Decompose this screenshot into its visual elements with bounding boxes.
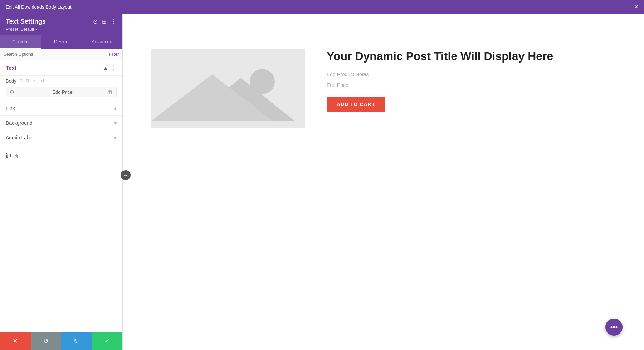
top-bar-title: Edit All Downloads Body Layout [6, 4, 72, 10]
product-layout: Your Dynamic Post Title Will Display Her… [151, 49, 615, 128]
admin-label-chevron: ▾ [114, 135, 117, 141]
help-icon: ℹ [6, 152, 8, 159]
edd-price-label: Edd Price [17, 89, 108, 95]
background-section-chevron: ▾ [114, 120, 117, 126]
text-section-chevron: ▲ [103, 65, 108, 71]
tab-design[interactable]: Design [41, 35, 82, 49]
body-copy-icon[interactable]: ⧉ [26, 78, 29, 84]
preview-area: Your Dynamic Post Title Will Display Her… [123, 14, 644, 350]
link-section-chevron: ▾ [114, 105, 117, 111]
tab-bar: Content Design Advanced [0, 35, 122, 49]
text-section-more-icon[interactable]: ⋮ [111, 64, 117, 71]
confirm-button[interactable]: ✓ [92, 332, 123, 350]
floating-dots-button[interactable]: ••• [605, 319, 623, 336]
product-info: Your Dynamic Post Title Will Display Her… [327, 49, 615, 112]
body-label: Body [6, 78, 16, 84]
sidebar-header: Text Settings ⊙ ⊞ ⋮ Preset: Default ▾ [0, 14, 122, 35]
search-input[interactable] [4, 52, 103, 57]
admin-label-section-header[interactable]: Admin Label ▾ [0, 130, 122, 145]
text-section-label: Text [6, 65, 16, 71]
help-section: ℹ Help [0, 145, 122, 166]
body-help-icon[interactable]: ? [20, 78, 23, 84]
admin-label-section-label: Admin Label [6, 135, 34, 141]
sidebar: Text Settings ⊙ ⊞ ⋮ Preset: Default ▾ Co… [0, 14, 123, 350]
gear-icon[interactable]: ⚙ [10, 89, 14, 95]
redo-button[interactable]: ↻ [61, 332, 92, 350]
more-options-icon[interactable]: ⋮ [111, 18, 117, 25]
resize-handle[interactable]: ↔ [121, 170, 131, 180]
tab-advanced[interactable]: Advanced [82, 35, 122, 49]
text-section-header[interactable]: Text ▲ ⋮ [0, 60, 122, 76]
product-price: Edd Price [327, 82, 615, 88]
body-more-icon[interactable]: ⋮ [48, 78, 53, 84]
preset-label[interactable]: Preset: Default ▾ [6, 27, 117, 32]
search-bar: + Filter [0, 49, 122, 60]
link-section-header[interactable]: Link ▾ [0, 101, 122, 116]
link-section-label: Link [6, 105, 15, 111]
columns-icon[interactable]: ⊞ [102, 18, 107, 25]
edd-price-row: ⚙ Edd Price 🗑 [6, 87, 117, 97]
top-bar: Edit All Downloads Body Layout × [0, 0, 644, 14]
trash-icon[interactable]: 🗑 [108, 89, 113, 95]
sidebar-content: Text ▲ ⋮ Body ? ⧉ ↖ ↺ ⋮ [0, 60, 122, 332]
body-cursor-icon[interactable]: ↖ [33, 78, 37, 84]
preset-caret: ▾ [35, 28, 37, 31]
sidebar-title: Text Settings [6, 18, 46, 25]
target-icon[interactable]: ⊙ [93, 18, 98, 25]
background-section-header[interactable]: Background ▾ [0, 116, 122, 130]
bottom-bar: ✕ ↺ ↻ ✓ [0, 332, 122, 350]
svg-point-3 [250, 69, 275, 94]
help-text[interactable]: Help [10, 153, 20, 158]
add-to-cart-button[interactable]: ADD TO CART [327, 97, 385, 112]
tab-content[interactable]: Content [0, 35, 41, 49]
close-button[interactable]: × [634, 3, 638, 11]
filter-button[interactable]: + Filter [106, 52, 119, 57]
cancel-button[interactable]: ✕ [0, 332, 31, 350]
product-title: Your Dynamic Post Title Will Display Her… [327, 49, 615, 63]
product-notes: Edd Product Notes [327, 72, 615, 77]
sidebar-header-icons: ⊙ ⊞ ⋮ [93, 18, 117, 25]
product-image-placeholder [151, 49, 305, 128]
body-undo-icon[interactable]: ↺ [40, 78, 44, 84]
body-row: Body ? ⧉ ↖ ↺ ⋮ ⚙ Edd Price 🗑 [0, 76, 122, 101]
background-section-label: Background [6, 120, 33, 126]
undo-button[interactable]: ↺ [31, 332, 62, 350]
